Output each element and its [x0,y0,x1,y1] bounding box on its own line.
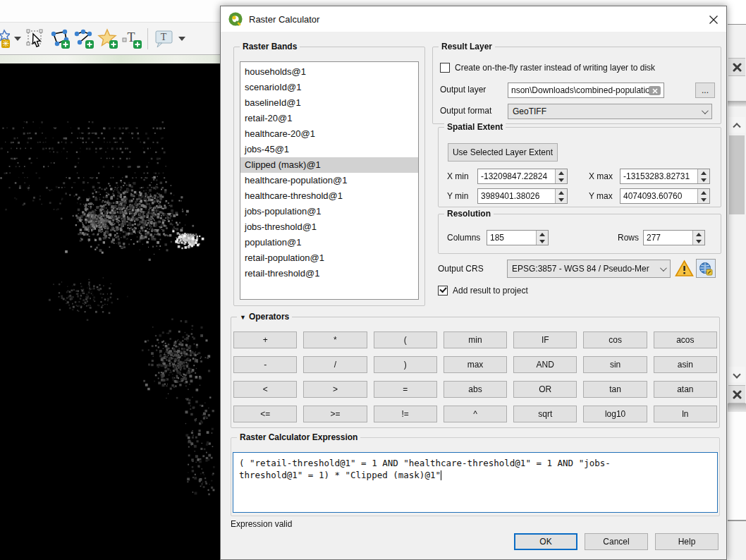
operator-button[interactable]: AND [513,356,577,373]
operator-button[interactable]: ) [374,356,437,373]
spin-up-icon[interactable] [693,231,704,238]
raster-band-item[interactable]: retail-threshold@1 [240,266,418,281]
output-format-select[interactable]: GeoTIFF [508,104,712,119]
add-result-checkbox[interactable] [438,286,448,296]
clear-field-icon[interactable] [649,86,661,95]
ok-button[interactable]: OK [514,533,577,550]
panel-close-button[interactable] [728,58,745,76]
dialog-close-button[interactable] [707,13,721,27]
operator-button[interactable]: tan [583,381,647,398]
operator-button[interactable]: log10 [583,406,647,422]
scrollbar-thumb[interactable] [729,135,745,214]
operator-button[interactable]: OR [513,381,577,398]
spin-down-icon[interactable] [698,176,709,183]
select-crs-button[interactable] [696,259,716,278]
spin-up-icon[interactable] [698,169,709,176]
operator-button[interactable]: != [374,406,437,422]
operator-button[interactable]: < [233,381,297,398]
operator-button[interactable]: abs [444,381,507,398]
spin-down-icon[interactable] [556,196,567,203]
output-crs-value: EPSG:3857 - WGS 84 / Pseudo-Mer [512,264,649,274]
map-canvas[interactable] [0,63,220,560]
raster-band-item[interactable]: healthcare-20@1 [240,126,418,142]
spin-up-icon[interactable] [537,231,548,238]
operators-group-title[interactable]: ▼Operators [237,312,292,322]
output-layer-field[interactable]: nson\Downloads\combined-population [508,83,664,98]
operator-button[interactable]: min [444,331,507,348]
operator-button[interactable]: sqrt [513,406,577,422]
operator-button[interactable]: ( [374,331,437,348]
raster-band-item[interactable]: jobs-population@1 [240,204,418,219]
spin-up-icon[interactable] [556,189,567,196]
operator-button[interactable]: / [303,356,367,373]
operator-button[interactable]: >= [303,406,367,422]
raster-band-item[interactable]: population@1 [240,235,418,250]
operator-button[interactable]: - [233,356,297,373]
raster-band-item[interactable]: healthcare-population@1 [240,173,418,188]
output-crs-select[interactable]: EPSG:3857 - WGS 84 / Pseudo-Mer [507,260,671,278]
cancel-button[interactable]: Cancel [585,533,648,550]
spin-down-icon[interactable] [698,196,709,203]
raster-band-item[interactable]: scenarioId@1 [240,80,418,95]
x-max-spinbox[interactable]: -13153283.82731 [620,169,710,184]
text-annotation-button[interactable]: T [121,27,142,51]
operator-button[interactable]: <= [233,406,297,422]
operator-button[interactable]: IF [513,331,577,348]
raster-band-item[interactable]: healthcare-threshold@1 [240,188,418,204]
move-annotation-button[interactable] [25,27,47,51]
scroll-up-button[interactable] [728,117,745,133]
move-annotation-icon [26,29,46,49]
y-max-spinbox[interactable]: 4074093.60760 [620,188,710,204]
text-balloon-dropdown[interactable] [177,27,187,51]
polygon-annotation-button[interactable] [49,27,71,51]
output-crs-label: Output CRS [438,264,484,274]
scroll-down-button[interactable] [728,367,745,382]
operator-button[interactable]: > [303,381,367,398]
svg-text:T: T [161,32,167,42]
create-on-the-fly-checkbox[interactable] [440,63,450,73]
browse-output-button[interactable]: ... [695,83,715,98]
operator-button[interactable]: acos [654,331,717,348]
operator-button[interactable]: sin [583,356,647,373]
raster-band-item-selected[interactable]: Clipped (mask)@1 [240,157,418,173]
operator-button[interactable]: ln [654,406,717,422]
operator-button[interactable]: + [233,331,297,348]
dialog-titlebar[interactable]: Raster Calculator [221,6,726,32]
help-button[interactable]: Help [655,533,719,550]
text-balloon-button[interactable]: T [153,27,174,51]
raster-band-item[interactable]: households@1 [240,64,418,80]
annotation-layer-dropdown[interactable] [13,27,23,51]
spin-up-icon[interactable] [698,189,709,196]
operator-button[interactable]: asin [654,356,717,373]
use-selected-layer-extent-button[interactable]: Use Selected Layer Extent [448,143,558,162]
raster-bands-list[interactable]: households@1 scenarioId@1 baselineId@1 r… [240,61,419,300]
output-layer-value: nson\Downloads\combined-population [511,85,661,95]
raster-band-item[interactable]: jobs-threshold@1 [240,219,418,235]
spin-down-icon[interactable] [556,176,567,183]
spin-up-icon[interactable] [556,169,567,176]
operator-button[interactable]: = [374,381,437,398]
operator-button[interactable]: cos [583,331,647,348]
spin-down-icon[interactable] [693,238,704,245]
collapse-icon[interactable]: ▼ [240,314,246,321]
operator-button[interactable]: * [303,331,367,348]
y-min-spinbox[interactable]: 3989401.38026 [477,188,568,204]
x-min-spinbox[interactable]: -13209847.22824 [477,169,568,184]
annotation-layer-icon[interactable]: ✳ [0,27,10,51]
raster-band-item[interactable]: retail-population@1 [240,250,418,266]
marker-annotation-button[interactable] [97,27,118,51]
raster-band-item[interactable]: baselineId@1 [240,95,418,111]
raster-band-item[interactable]: retail-20@1 [240,111,418,126]
operator-button[interactable]: atan [654,381,717,398]
operator-button[interactable]: max [444,356,507,373]
columns-spinbox[interactable]: 185 [487,230,549,245]
line-annotation-button[interactable] [73,27,94,51]
spin-down-icon[interactable] [537,238,548,245]
marker-annotation-icon [97,28,118,49]
rows-spinbox[interactable]: 277 [643,230,705,245]
raster-band-item[interactable]: jobs-45@1 [240,142,418,157]
expression-textarea[interactable]: ( "retail-threshold@1" = 1 AND "healthca… [233,452,718,513]
operator-button[interactable]: ^ [444,406,507,422]
panel-edge [728,0,746,25]
panel-close-button[interactable] [728,385,745,403]
